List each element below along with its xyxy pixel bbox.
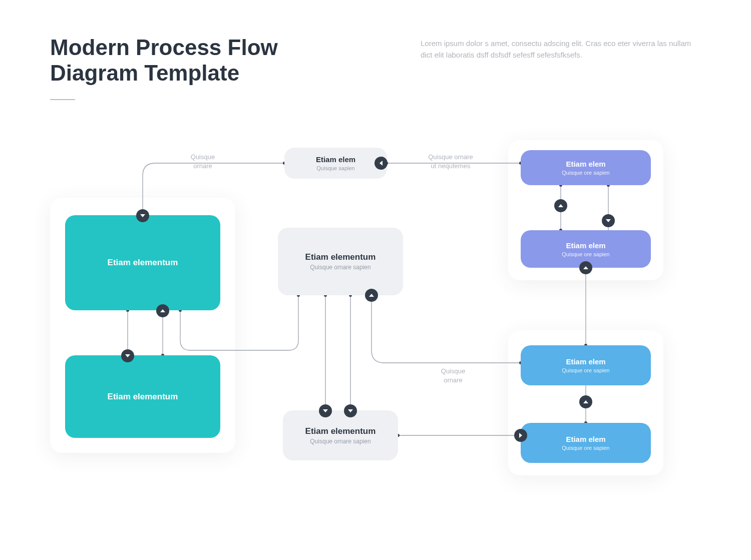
- node-subtitle: Quisque ore sapien: [562, 445, 609, 451]
- node-grey-mid: Etiam elementum Quisque ornare sapien: [278, 228, 403, 295]
- chevron-right-icon: [514, 429, 527, 442]
- diagram-canvas: Etiam elem Quisque sapien Etiam elementu…: [0, 0, 751, 560]
- node-title: Etiam elem: [566, 160, 605, 168]
- node-grey-top: Etiam elem Quisque sapien: [284, 148, 387, 179]
- node-title: Etiam elementum: [108, 258, 178, 268]
- node-subtitle: Quisque ore sapien: [562, 251, 609, 257]
- edge-label: Quisque ornareut nequtemes: [408, 153, 493, 170]
- chevron-up-icon: [579, 261, 592, 274]
- node-title: Etiam elementum: [305, 426, 376, 436]
- chevron-down-icon: [136, 209, 149, 222]
- node-teal-1: Etiam elementum: [65, 215, 220, 310]
- chevron-down-icon: [344, 404, 357, 417]
- chevron-up-icon: [365, 289, 378, 302]
- edge-label: Quisqueornare: [175, 153, 230, 170]
- chevron-down-icon: [602, 214, 615, 227]
- chevron-down-icon: [319, 404, 332, 417]
- chevron-left-icon: [374, 157, 388, 170]
- node-purple-1: Etiam elem Quisque ore sapien: [521, 150, 651, 185]
- node-title: Etiam elem: [316, 155, 355, 164]
- node-subtitle: Quisque ore sapien: [562, 170, 609, 176]
- edge-label: Quisqueornare: [426, 367, 481, 384]
- node-grey-bot: Etiam elementum Quisque ornare sapien: [283, 410, 398, 460]
- node-title: Etiam elem: [566, 241, 605, 250]
- chevron-up-icon: [579, 395, 592, 408]
- node-blue-1: Etiam elem Quisque ore sapien: [521, 345, 651, 385]
- chevron-down-icon: [121, 349, 134, 362]
- node-blue-2: Etiam elem Quisque ore sapien: [521, 423, 651, 463]
- node-title: Etiam elementum: [305, 252, 376, 262]
- node-subtitle: Quisque ornare sapien: [310, 438, 370, 445]
- node-teal-2: Etiam elementum: [65, 355, 220, 438]
- node-subtitle: Quisque ornare sapien: [310, 264, 370, 271]
- node-title: Etiam elementum: [108, 392, 178, 402]
- node-title: Etiam elem: [566, 357, 605, 366]
- node-title: Etiam elem: [566, 435, 605, 443]
- chevron-up-icon: [156, 304, 169, 317]
- chevron-up-icon: [554, 199, 567, 212]
- node-subtitle: Quisque ore sapien: [562, 367, 609, 373]
- node-subtitle: Quisque sapien: [316, 165, 354, 171]
